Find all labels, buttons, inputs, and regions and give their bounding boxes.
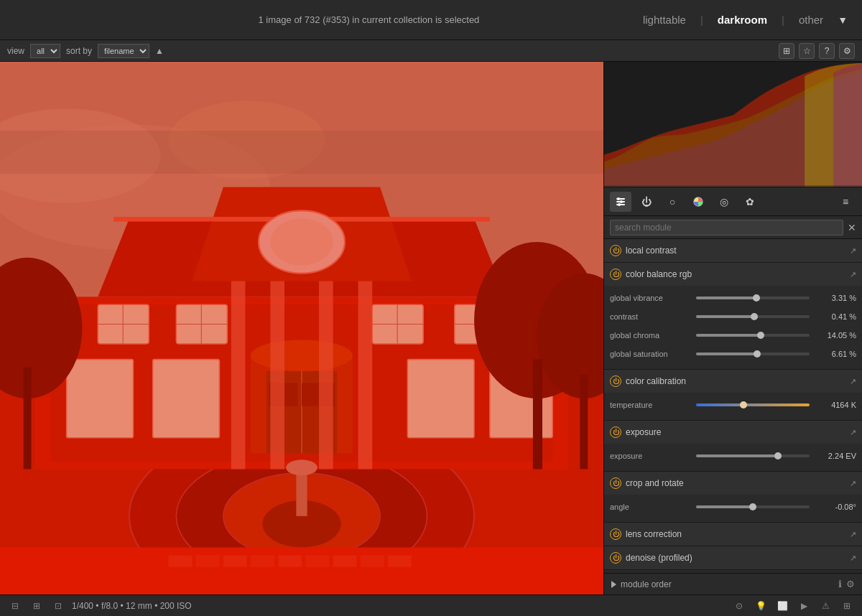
menu-tool-btn[interactable]: ≡ <box>835 192 856 212</box>
module-color-calibration-power[interactable]: ⏻ <box>610 375 621 387</box>
grid-bottom-icon[interactable]: ⊞ <box>839 598 855 614</box>
param-global-vibrance-slider[interactable] <box>696 293 810 303</box>
param-global-chroma-value: 14.05 % <box>810 331 856 340</box>
help-icon[interactable]: ? <box>819 43 835 59</box>
module-exposure-header[interactable]: ⏻ exposure ↗ <box>604 421 862 444</box>
color-wheel-btn[interactable] <box>687 192 709 212</box>
module-lens-correction-header[interactable]: ⏻ lens correction ↗ <box>604 523 862 546</box>
svg-point-68 <box>617 197 620 200</box>
module-color-calibration-name: color calibration <box>626 376 845 386</box>
module-crop-and-rotate-power[interactable]: ⏻ <box>610 477 621 489</box>
param-exposure: exposure 2.24 EV <box>610 448 856 464</box>
display-icon[interactable]: ⬜ <box>774 598 790 614</box>
module-color-balance-link[interactable]: ↗ <box>850 270 856 279</box>
module-lens-correction-name: lens correction <box>626 529 845 539</box>
param-global-saturation: global saturation 6.61 % <box>610 346 856 362</box>
image-canvas <box>0 62 603 594</box>
module-color-balance-rgb-header[interactable]: ⏻ color balance rgb ↗ <box>604 263 862 286</box>
module-crop-and-rotate-link[interactable]: ↗ <box>850 479 856 488</box>
module-exposure-body: exposure 2.24 EV <box>604 444 862 471</box>
module-denoise-profiled-link[interactable]: ↗ <box>850 554 856 563</box>
tab-lighttable[interactable]: lighttable <box>637 11 692 29</box>
param-global-chroma-slider[interactable] <box>696 330 810 340</box>
param-contrast: contrast 0.41 % <box>610 309 856 325</box>
search-clear-btn[interactable]: ✕ <box>848 222 856 233</box>
top-bar: 1 image of 732 (#353) in current collect… <box>0 0 862 40</box>
nav-tabs: lighttable | darkroom | other ▼ <box>637 11 848 29</box>
module-denoise-profiled-name: denoise (profiled) <box>626 553 845 563</box>
separator-1: | <box>700 14 703 26</box>
param-global-chroma: global chroma 14.05 % <box>610 327 856 343</box>
param-angle-slider[interactable] <box>696 502 810 512</box>
search-bar: ✕ <box>604 216 862 239</box>
param-angle: angle -0.08° <box>610 499 856 515</box>
sort-select[interactable]: filename <box>98 44 149 58</box>
module-exposure-name: exposure <box>626 427 845 437</box>
module-crop-and-rotate: ⏻ crop and rotate ↗ angle -0.08° <box>604 472 862 523</box>
view-select[interactable]: all <box>30 44 60 58</box>
tab-darkroom[interactable]: darkroom <box>712 11 773 29</box>
module-local-contrast-name: local contrast <box>626 246 845 256</box>
focus-icon[interactable]: ⊙ <box>731 598 747 614</box>
image-viewer[interactable] <box>0 62 603 594</box>
module-crop-and-rotate-body: angle -0.08° <box>604 495 862 522</box>
param-contrast-slider[interactable] <box>696 312 810 322</box>
module-exposure-power[interactable]: ⏻ <box>610 426 621 438</box>
module-local-contrast-header[interactable]: ⏻ local contrast ↗ <box>604 239 862 262</box>
nav-left-icon[interactable]: ⊟ <box>7 598 23 614</box>
module-color-calibration-body: temperature 4164 K <box>604 393 862 420</box>
module-color-balance-rgb: ⏻ color balance rgb ↗ global vibrance <box>604 263 862 370</box>
settings-bottom-icon[interactable]: ⚙ <box>846 579 855 589</box>
param-exposure-slider[interactable] <box>696 451 810 461</box>
module-color-calibration-header[interactable]: ⏻ color calibration ↗ <box>604 370 862 393</box>
star-icon[interactable]: ☆ <box>799 43 815 59</box>
second-bar: view all sort by filename ▲ ⊞ ☆ ? ⚙ <box>0 40 862 62</box>
module-denoise-profiled: ⏻ denoise (profiled) ↗ <box>604 546 862 570</box>
copy-icon[interactable]: ⊞ <box>29 598 45 614</box>
power-tool-btn[interactable]: ⏻ <box>636 192 657 212</box>
grid-icon[interactable]: ⊞ <box>779 43 794 59</box>
module-crop-and-rotate-name: crop and rotate <box>626 478 845 488</box>
paste-icon[interactable]: ⊡ <box>50 598 66 614</box>
sort-direction[interactable]: ▲ <box>155 46 164 56</box>
histogram <box>604 62 862 187</box>
param-temperature-slider[interactable] <box>696 400 810 410</box>
sort-label: sort by <box>66 46 92 56</box>
main-area: ⏻ ○ ◎ ✿ ≡ ✕ <box>0 62 862 594</box>
module-denoise-profiled-header[interactable]: ⏻ denoise (profiled) ↗ <box>604 546 862 569</box>
view-label: view <box>7 46 24 56</box>
play-icon[interactable]: ▶ <box>796 598 812 614</box>
expand-button[interactable]: ▼ <box>838 14 848 26</box>
module-color-calibration-link[interactable]: ↗ <box>850 377 856 386</box>
module-color-calibration: ⏻ color calibration ↗ temperature 416 <box>604 370 862 421</box>
collection-info: 1 image of 732 (#353) in current collect… <box>259 14 480 25</box>
search-input[interactable] <box>610 220 843 235</box>
circle-tool-btn[interactable]: ○ <box>662 192 683 212</box>
module-local-contrast-link[interactable]: ↗ <box>850 246 856 256</box>
info-icon[interactable]: ℹ <box>838 579 842 589</box>
warning-icon[interactable]: ⚠ <box>817 598 833 614</box>
module-denoise-profiled-power[interactable]: ⏻ <box>610 552 621 564</box>
sliders-tool-btn[interactable] <box>610 192 631 212</box>
param-global-saturation-slider[interactable] <box>696 349 810 359</box>
param-temperature-value: 4164 K <box>810 401 856 409</box>
param-exposure-value: 2.24 EV <box>810 452 856 460</box>
param-global-vibrance: global vibrance 3.31 % <box>610 290 856 306</box>
tab-other[interactable]: other <box>793 11 829 29</box>
module-color-balance-power[interactable]: ⏻ <box>610 269 621 280</box>
settings-icon[interactable]: ⚙ <box>839 43 855 59</box>
light-icon[interactable]: 💡 <box>753 598 769 614</box>
right-panel-bottom: module order ℹ ⚙ <box>604 573 862 594</box>
param-contrast-label: contrast <box>610 312 696 321</box>
module-exposure-link[interactable]: ↗ <box>850 428 856 437</box>
flower-tool-btn[interactable]: ✿ <box>739 192 761 212</box>
module-lens-correction-link[interactable]: ↗ <box>850 530 856 539</box>
module-crop-and-rotate-header[interactable]: ⏻ crop and rotate ↗ <box>604 472 862 495</box>
module-order-btn[interactable]: module order <box>611 579 672 589</box>
module-color-balance-body: global vibrance 3.31 % contrast <box>604 286 862 369</box>
module-toolbar: ⏻ ○ ◎ ✿ ≡ <box>604 187 862 216</box>
chevron-right-icon <box>611 581 616 588</box>
ring-tool-btn[interactable]: ◎ <box>713 192 735 212</box>
module-local-contrast-power[interactable]: ⏻ <box>610 245 621 256</box>
module-lens-correction-power[interactable]: ⏻ <box>610 528 621 540</box>
